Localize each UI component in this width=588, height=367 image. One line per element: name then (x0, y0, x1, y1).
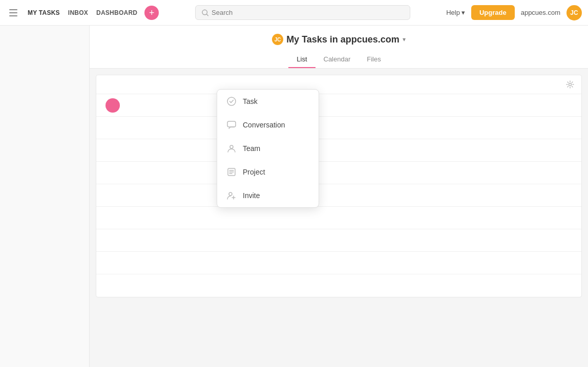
add-button[interactable]: + (144, 6, 159, 20)
upgrade-button[interactable]: Upgrade (471, 5, 515, 20)
tab-files[interactable]: Files (359, 51, 389, 68)
task-row[interactable] (96, 207, 581, 229)
dropdown-item-invite[interactable]: Invite (217, 184, 319, 207)
dropdown-item-conversation[interactable]: Conversation (217, 113, 319, 137)
page-title-avatar: JC (272, 34, 283, 45)
dropdown-item-invite-label: Invite (243, 191, 260, 200)
help-button[interactable]: Help ▾ (446, 9, 465, 16)
task-row[interactable] (96, 117, 581, 139)
dropdown-item-project[interactable]: Project (217, 160, 319, 184)
task-row[interactable] (96, 184, 581, 207)
search-container (163, 5, 442, 20)
tab-bar: List Calendar Files (90, 51, 588, 68)
task-row[interactable] (96, 274, 581, 297)
task-row[interactable] (96, 229, 581, 252)
svg-point-10 (229, 192, 232, 196)
main-content: Task Conversation (90, 69, 588, 367)
dropdown-item-conversation-label: Conversation (243, 121, 285, 129)
svg-point-5 (569, 83, 572, 86)
svg-rect-1 (9, 12, 17, 13)
topnav-right: Help ▾ Upgrade appcues.com JC (446, 5, 582, 20)
dropdown-menu: Task Conversation (217, 89, 319, 208)
user-avatar[interactable]: JC (566, 5, 582, 20)
svg-rect-2 (9, 15, 17, 16)
project-icon (226, 167, 237, 177)
dashboard-nav[interactable]: DASHBOARD (95, 7, 138, 18)
task-row[interactable] (96, 139, 581, 162)
dropdown-item-task[interactable]: Task (217, 90, 319, 113)
svg-rect-7 (227, 121, 236, 127)
task-row[interactable] (96, 252, 581, 274)
content-area: JC My Tasks in appcues.com ▾ List Calend… (90, 26, 588, 367)
search-box (195, 5, 410, 20)
sidebar (0, 26, 90, 367)
invite-icon (226, 190, 237, 201)
my-tasks-nav[interactable]: MY TASKS (27, 7, 61, 18)
svg-line-4 (206, 14, 208, 15)
tab-calendar[interactable]: Calendar (316, 51, 359, 68)
main-layout: JC My Tasks in appcues.com ▾ List Calend… (0, 26, 588, 367)
svg-rect-0 (9, 9, 17, 10)
search-icon (202, 9, 208, 16)
task-panel (96, 75, 582, 297)
top-navigation: MY TASKS INBOX DASHBOARD + Help ▾ Upgrad… (0, 0, 588, 26)
add-task-button[interactable] (106, 98, 120, 113)
task-row[interactable] (96, 162, 581, 184)
hamburger-menu-button[interactable] (6, 6, 20, 19)
dropdown-item-team-label: Team (243, 144, 260, 153)
search-input[interactable] (212, 9, 404, 16)
conversation-icon (226, 120, 237, 130)
svg-point-6 (227, 97, 236, 105)
dropdown-item-team[interactable]: Team (217, 137, 319, 160)
title-chevron-down-icon[interactable]: ▾ (403, 36, 406, 43)
team-icon (226, 143, 237, 154)
tab-list[interactable]: List (288, 51, 315, 68)
page-header: JC My Tasks in appcues.com ▾ List Calend… (90, 26, 588, 69)
dropdown-item-project-label: Project (243, 168, 265, 176)
dropdown-item-task-label: Task (243, 97, 258, 105)
task-icon (226, 96, 237, 106)
settings-gear-button[interactable] (566, 80, 574, 89)
svg-point-8 (230, 145, 233, 148)
topnav-left: MY TASKS INBOX DASHBOARD + (6, 6, 159, 20)
page-title: My Tasks in appcues.com (286, 34, 400, 45)
task-panel-header (96, 75, 581, 94)
inbox-nav[interactable]: INBOX (67, 7, 89, 18)
task-row[interactable] (96, 94, 581, 117)
page-title-row: JC My Tasks in appcues.com ▾ (90, 34, 588, 45)
workspace-label: appcues.com (521, 9, 560, 16)
